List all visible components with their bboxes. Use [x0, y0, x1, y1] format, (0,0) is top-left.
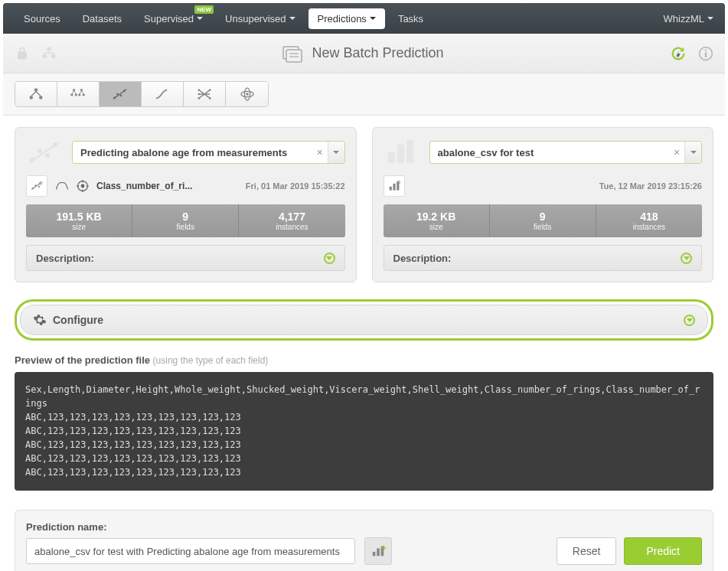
configure-section: Configure	[15, 299, 713, 341]
info-icon[interactable]	[698, 46, 713, 61]
nav-unsupervised-label: Unsupervised	[225, 13, 286, 24]
svg-rect-0	[47, 47, 51, 50]
model-size-label: size	[26, 223, 132, 231]
nav-sources[interactable]: Sources	[15, 8, 70, 29]
dataset-type-icon-box[interactable]	[384, 175, 405, 197]
preview-section: Preview of the prediction file (using th…	[15, 354, 713, 491]
svg-point-24	[198, 93, 200, 96]
dataset-meta: Tue, 12 Mar 2019 23:15:26	[384, 175, 703, 197]
configure-toggle[interactable]: Configure	[20, 305, 708, 335]
dataset-description-toggle[interactable]: Description:	[384, 245, 703, 271]
create-dataset-button[interactable]: +	[364, 537, 392, 565]
refresh-icon[interactable]	[670, 45, 687, 62]
dataset-panel: × Tue, 12 Mar 2019 23:15:26 19.2 KBsize …	[372, 127, 714, 282]
model-selector[interactable]: ×	[72, 141, 345, 164]
svg-point-10	[34, 88, 38, 92]
svg-point-8	[705, 49, 707, 51]
svg-point-38	[38, 186, 40, 188]
model-type-icon-box[interactable]	[26, 175, 47, 197]
lock-icon	[15, 46, 30, 61]
nav-left: Sources Datasets SupervisedNEW Unsupervi…	[15, 8, 433, 29]
dataset-panel-top: ×	[384, 139, 703, 166]
nav-predictions[interactable]: Predictions	[309, 8, 385, 29]
svg-point-42	[81, 184, 85, 188]
header-center: New Batch Prediction	[282, 44, 443, 63]
nav-whizzml[interactable]: WhizzML	[664, 13, 713, 24]
footer-left: +	[26, 537, 392, 565]
batch-prediction-icon	[282, 44, 304, 63]
objective-field: Class_number_of_ri...	[96, 181, 192, 191]
model-fields-value: 9	[132, 210, 238, 223]
dataset-size-value: 19.2 KB	[384, 210, 489, 223]
nav-datasets[interactable]: Datasets	[73, 8, 131, 29]
svg-point-27	[209, 97, 211, 100]
page-title: New Batch Prediction	[312, 45, 443, 61]
svg-rect-49	[406, 140, 413, 163]
fusion-model-button[interactable]	[226, 82, 268, 106]
nav-tasks-label: Tasks	[398, 13, 423, 24]
svg-point-11	[29, 96, 33, 100]
preview-content: Sex,Length,Diameter,Height,Whole_weight,…	[15, 372, 713, 491]
model-size-stat: 191.5 KBsize	[26, 204, 132, 237]
dataset-instances-stat: 418instances	[596, 204, 702, 237]
dataset-stats: 19.2 KBsize 9fields 418instances	[384, 204, 703, 237]
caret-down-icon	[333, 151, 339, 154]
model-dropdown-toggle[interactable]	[328, 142, 344, 163]
dataset-fields-value: 9	[490, 210, 596, 223]
gears-icon	[33, 313, 47, 327]
nav-supervised[interactable]: SupervisedNEW	[135, 8, 212, 29]
deepnet-model-button[interactable]	[184, 82, 226, 106]
svg-point-33	[45, 153, 50, 158]
histogram-icon	[384, 139, 422, 166]
caret-down-icon	[289, 17, 295, 20]
clear-model-icon[interactable]: ×	[312, 146, 328, 158]
svg-rect-48	[397, 145, 404, 163]
svg-rect-2	[51, 54, 55, 57]
model-instances-label: instances	[239, 223, 344, 231]
caret-down-icon	[690, 151, 697, 154]
model-timestamp: Fri, 01 Mar 2019 15:35:22	[246, 181, 345, 191]
toolbar-group	[15, 81, 269, 107]
nav-predictions-label: Predictions	[318, 13, 367, 24]
caret-down-icon	[707, 17, 713, 20]
svg-rect-55	[377, 548, 380, 556]
page-header: New Batch Prediction	[3, 34, 725, 73]
logistic-model-button[interactable]	[142, 82, 184, 106]
predict-button[interactable]: Predict	[624, 537, 702, 565]
model-meta-left: Class_number_of_ri...	[26, 175, 192, 197]
dataset-selector[interactable]: ×	[429, 141, 703, 164]
svg-line-39	[31, 183, 41, 190]
svg-point-30	[246, 93, 249, 96]
svg-rect-50	[389, 187, 391, 191]
main-content: × Class_number_of_ri... Fri, 01 Mar 2019…	[3, 116, 725, 571]
dataset-dropdown-toggle[interactable]	[684, 142, 701, 163]
reset-button[interactable]: Reset	[557, 537, 617, 565]
nav-tasks[interactable]: Tasks	[389, 8, 433, 29]
tree-model-button[interactable]	[15, 82, 57, 106]
nav-unsupervised[interactable]: Unsupervised	[216, 8, 305, 29]
svg-rect-9	[705, 52, 707, 57]
prediction-name-input[interactable]	[26, 538, 355, 564]
dataset-input[interactable]	[438, 147, 670, 158]
regression-model-button[interactable]	[100, 82, 142, 106]
network-icon[interactable]	[41, 46, 57, 61]
expand-icon	[681, 253, 692, 264]
distribution-icon	[55, 181, 69, 191]
preview-title: Preview of the prediction file (using th…	[15, 354, 713, 366]
model-instances-stat: 4,177instances	[239, 204, 344, 237]
dataset-description-label: Description:	[393, 253, 452, 264]
model-description-toggle[interactable]: Description:	[26, 245, 345, 271]
svg-point-26	[209, 89, 211, 91]
header-left	[15, 46, 57, 61]
model-fields-stat: 9fields	[132, 204, 239, 237]
configure-label: Configure	[53, 314, 103, 326]
svg-point-32	[38, 148, 42, 153]
ensemble-model-button[interactable]	[57, 82, 100, 106]
configure-left: Configure	[33, 313, 103, 327]
configure-highlight: Configure	[15, 299, 713, 341]
model-input[interactable]	[80, 147, 312, 158]
footer-right: Reset Predict	[557, 537, 702, 565]
clear-dataset-icon[interactable]: ×	[669, 146, 684, 158]
dataset-instances-label: instances	[596, 223, 702, 231]
regression-icon	[30, 180, 44, 192]
